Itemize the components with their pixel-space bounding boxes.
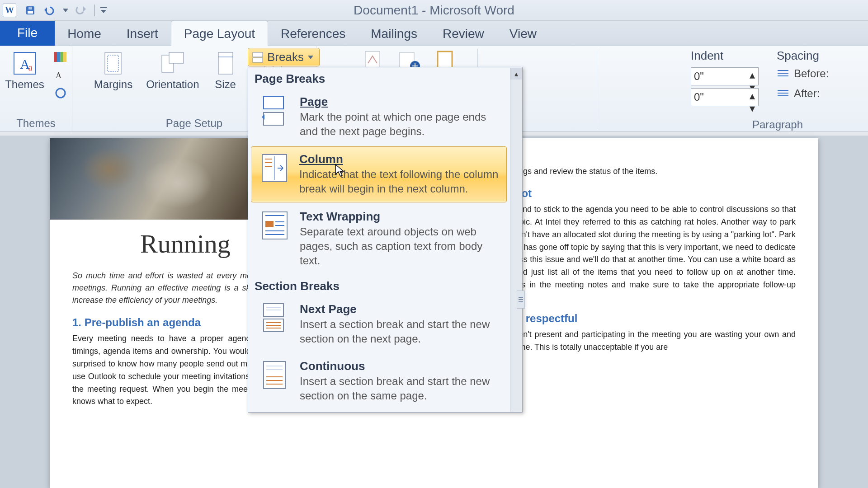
indent-left-input[interactable]: 0" ▴▾ bbox=[691, 67, 759, 85]
svg-text:a: a bbox=[28, 62, 32, 72]
qat-separator bbox=[94, 5, 95, 16]
tab-file[interactable]: File bbox=[0, 20, 55, 46]
svg-rect-16 bbox=[169, 52, 184, 63]
chevron-down-icon bbox=[307, 55, 314, 60]
svg-rect-13 bbox=[105, 52, 121, 74]
svg-rect-9 bbox=[60, 52, 63, 62]
menu-item-column-break[interactable]: Column Indicate that the text following … bbox=[251, 146, 507, 202]
tab-review[interactable]: Review bbox=[430, 21, 497, 46]
menu-item-continuous[interactable]: Continuous Insert a section break and st… bbox=[248, 353, 509, 410]
svg-rect-3 bbox=[100, 7, 107, 8]
breaks-button[interactable]: Breaks bbox=[248, 48, 320, 66]
svg-rect-48 bbox=[265, 221, 274, 227]
svg-rect-1 bbox=[28, 11, 33, 14]
spinner-down-icon[interactable]: ▾ bbox=[747, 102, 757, 115]
orientation-icon bbox=[160, 51, 185, 76]
size-icon bbox=[213, 51, 238, 76]
customize-qat-dropdown[interactable] bbox=[99, 3, 108, 18]
spacing-heading: Spacing bbox=[777, 49, 829, 63]
orientation-button[interactable]: Orientation bbox=[142, 49, 203, 92]
margins-button[interactable]: Margins bbox=[90, 49, 136, 92]
redo-button[interactable] bbox=[71, 3, 90, 18]
scroll-up-icon[interactable]: ▴ bbox=[510, 68, 522, 80]
indent-right-input[interactable]: 0" ▴▾ bbox=[691, 88, 759, 106]
svg-rect-41 bbox=[264, 113, 283, 125]
spacing-after-label: After: bbox=[794, 87, 820, 100]
group-label-page-setup: Page Setup bbox=[166, 117, 222, 130]
svg-rect-10 bbox=[63, 52, 66, 62]
theme-colors-button[interactable] bbox=[51, 49, 71, 65]
next-page-icon bbox=[259, 302, 291, 334]
menu-item-page-break[interactable]: Page Mark the point at which one page en… bbox=[248, 89, 509, 145]
window-title: Document1 - Microsoft Word bbox=[0, 3, 868, 18]
menu-scrollbar[interactable]: ▴ bbox=[510, 68, 522, 412]
svg-rect-8 bbox=[57, 52, 60, 62]
svg-rect-27 bbox=[253, 52, 263, 57]
ribbon-tabs: File Home Insert Page Layout References … bbox=[0, 21, 868, 46]
spinner-up-icon[interactable]: ▴ bbox=[747, 69, 757, 81]
svg-text:A: A bbox=[56, 71, 61, 80]
margins-icon bbox=[100, 51, 126, 76]
group-paragraph: Indent 0" ▴▾ 0" ▴▾ Spacing Before: bbox=[687, 46, 868, 132]
spinner-up-icon[interactable]: ▴ bbox=[747, 89, 757, 102]
group-label-paragraph: Paragraph bbox=[691, 118, 864, 131]
undo-dropdown[interactable] bbox=[61, 3, 71, 18]
svg-rect-40 bbox=[264, 96, 283, 109]
menu-item-text-wrapping-break[interactable]: Text Wrapping Separate text around objec… bbox=[248, 203, 509, 275]
group-divider bbox=[597, 49, 597, 129]
document-image bbox=[50, 138, 262, 220]
tab-mailings[interactable]: Mailings bbox=[358, 21, 430, 46]
svg-rect-28 bbox=[253, 58, 263, 62]
menu-section-page-breaks: Page Breaks bbox=[248, 67, 509, 89]
svg-rect-7 bbox=[54, 52, 57, 62]
tab-view[interactable]: View bbox=[497, 21, 549, 46]
theme-fonts-button[interactable]: A bbox=[51, 67, 71, 83]
tab-insert[interactable]: Insert bbox=[114, 21, 171, 46]
menu-section-section-breaks: Section Breaks bbox=[248, 275, 509, 296]
save-button[interactable] bbox=[21, 3, 40, 18]
svg-rect-2 bbox=[28, 7, 32, 9]
group-label-themes: Themes bbox=[16, 117, 56, 130]
page-break-icon bbox=[259, 95, 291, 127]
themes-options: A bbox=[51, 49, 71, 101]
spacing-before-label: Before: bbox=[794, 67, 829, 80]
undo-button[interactable] bbox=[41, 3, 60, 18]
text-wrapping-icon bbox=[259, 210, 291, 241]
themes-icon: Aa bbox=[12, 51, 38, 76]
quick-access-toolbar bbox=[21, 3, 108, 18]
indent-heading: Indent bbox=[691, 49, 759, 63]
spacing-before-icon bbox=[777, 69, 789, 79]
spacing-after-icon bbox=[777, 89, 789, 99]
menu-item-next-page[interactable]: Next Page Insert a section break and sta… bbox=[248, 296, 509, 353]
title-bar: W Document1 - Microsoft Word bbox=[0, 0, 868, 21]
theme-effects-button[interactable] bbox=[51, 85, 71, 101]
group-themes: Aa Themes A Themes bbox=[0, 46, 72, 131]
themes-button[interactable]: Aa Themes bbox=[1, 49, 48, 92]
column-break-icon bbox=[259, 152, 290, 184]
tab-page-layout[interactable]: Page Layout bbox=[171, 21, 268, 46]
app-icon: W bbox=[3, 4, 16, 17]
svg-rect-17 bbox=[218, 52, 233, 74]
splitter-handle[interactable] bbox=[517, 291, 525, 309]
svg-point-12 bbox=[56, 89, 65, 98]
size-button[interactable]: Size bbox=[209, 49, 242, 92]
continuous-icon bbox=[259, 359, 291, 391]
tab-home[interactable]: Home bbox=[55, 21, 114, 46]
tab-references[interactable]: References bbox=[268, 21, 358, 46]
breaks-dropdown: ▴ Page Breaks Page Mark the point at whi… bbox=[248, 67, 523, 413]
breaks-icon bbox=[252, 52, 264, 63]
